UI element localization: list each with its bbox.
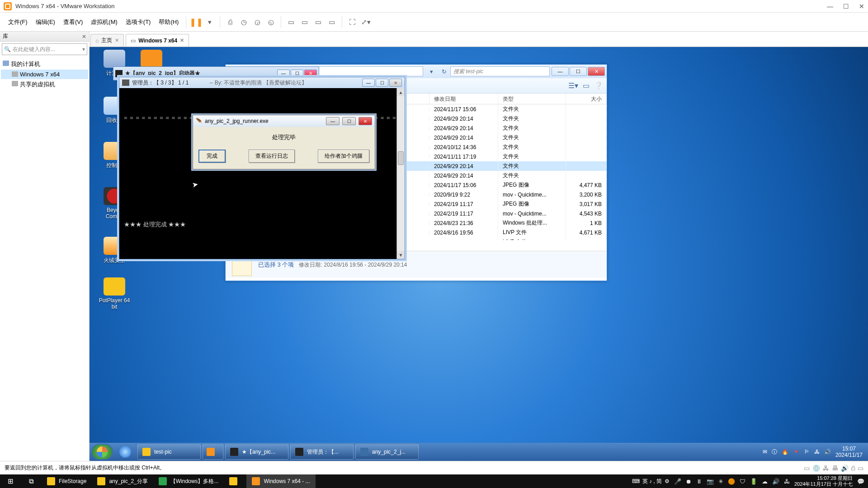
tray-icon[interactable]: 🔻 (793, 449, 800, 455)
console-scrollbar[interactable]: ▲ ▼ (396, 88, 405, 259)
close-tab-icon[interactable]: ✕ (115, 38, 119, 43)
host-systray[interactable]: ⌨ 英 ♪ , 简 ⚙ 🎤 ⏺ ⏸ 📷 ✳ 🟠 🛡 🔋 ☁ 🔊 🖧 15:07:… (628, 475, 868, 487)
snapshot-manage-icon[interactable]: ◶ (251, 16, 264, 28)
launcher-maximize-button[interactable]: ☐ (291, 70, 303, 78)
host-taskbar-button[interactable]: Windows 7 x64 - ... (246, 474, 315, 488)
host-start-button[interactable]: ⊞ (0, 474, 21, 488)
host-taskbar-button[interactable]: any_pic_2_分享 (92, 474, 153, 488)
scroll-thumb[interactable] (398, 151, 404, 165)
explorer-close-button[interactable]: ✕ (588, 67, 605, 76)
device-icon[interactable]: ▭ (804, 465, 810, 472)
tray-icon[interactable]: 🔋 (750, 478, 757, 485)
snapshot-icon[interactable]: ◷ (237, 16, 250, 28)
explorer-maximize-button[interactable]: ☐ (570, 67, 587, 76)
tray-icon[interactable]: ⓘ (772, 448, 777, 456)
tray-volume-icon[interactable]: 🔊 (772, 478, 779, 485)
menu-view[interactable]: 查看(V) (60, 16, 86, 28)
tree-shared-vms[interactable]: 共享的虚拟机 (1, 79, 88, 90)
tray-icon[interactable]: 🏳 (804, 449, 810, 455)
close-tab-icon[interactable]: ✕ (180, 38, 184, 43)
library-close-button[interactable]: ✕ (82, 33, 86, 40)
desktop-icon-potplayer[interactable]: PotPlayer 64 bit (98, 277, 131, 310)
refresh-icon[interactable]: ↻ (438, 66, 450, 76)
tray-icon[interactable]: 🎤 (674, 478, 681, 485)
tab-home[interactable]: ⌂主页✕ (90, 34, 124, 47)
tray-icon[interactable]: ☁ (762, 478, 768, 485)
tray-network-icon[interactable]: 🖧 (814, 449, 820, 455)
view-multi-icon[interactable]: ▭ (298, 16, 311, 28)
tree-my-computer[interactable]: 我的计算机 (1, 59, 88, 70)
view-console-icon[interactable]: ▭ (326, 16, 338, 28)
taskbar-button[interactable]: ★【any_pic... (225, 444, 288, 460)
view-options-icon[interactable]: ☰▾ (568, 81, 578, 90)
tray-icon[interactable]: ⏺ (686, 478, 692, 485)
dialog-donate-button[interactable]: 给作者加个鸡腿 (318, 150, 369, 163)
menu-help[interactable]: 帮助(H) (155, 16, 182, 28)
col-date[interactable]: 修改日期 (429, 94, 498, 104)
tray-notifications-icon[interactable]: 💬 (857, 478, 864, 485)
dialog-viewlog-button[interactable]: 查看运行日志 (249, 150, 295, 163)
device-icon[interactable]: 🖶 (832, 465, 838, 472)
device-icon[interactable]: 🔊 (841, 465, 849, 472)
taskbar-button[interactable]: test-pic (137, 444, 201, 460)
menu-edit[interactable]: 编辑(E) (32, 16, 59, 28)
scroll-down-icon[interactable]: ▼ (397, 251, 405, 259)
guest-systray[interactable]: ✉ ⓘ 🔥 🔻 🏳 🖧 🔊 15:07 2024/11/17 (759, 446, 866, 459)
menu-file[interactable]: 文件(F) (5, 16, 31, 28)
vmware-minimize-button[interactable]: — (827, 3, 833, 10)
guest-display[interactable]: 计算机 回收站 控制面 Beyon Compa 火绒安全 PotPlayer 6… (90, 47, 868, 461)
guest-taskbar[interactable]: test-pic★【any_pic...管理员：【...any_pic_2_j.… (90, 443, 868, 461)
taskbar-button[interactable]: any_pic_2_j... (355, 444, 419, 460)
host-taskbar-button[interactable]: 【Windows】多格... (153, 474, 224, 488)
explorer-search-input[interactable]: 搜索 test-pic (450, 66, 550, 76)
help-icon[interactable]: ❔ (594, 81, 603, 90)
address-dropdown-icon[interactable]: ▾ (425, 66, 438, 76)
console-maximize-button[interactable]: ☐ (376, 79, 388, 87)
launcher-close-button[interactable]: ✕ (304, 70, 317, 78)
pause-vm-icon[interactable]: ❚❚ (190, 16, 203, 28)
host-lang-indicator[interactable]: ⌨ 英 ♪ , 简 ⚙ (632, 478, 670, 485)
menu-vm[interactable]: 虚拟机(M) (87, 16, 121, 28)
dialog-minimize-button[interactable]: — (326, 117, 340, 125)
host-taskview-button[interactable]: ⧉ (21, 474, 42, 488)
tray-volume-icon[interactable]: 🔊 (824, 449, 831, 455)
console-close-button[interactable]: ✕ (389, 79, 402, 87)
tray-icon[interactable]: 📷 (707, 478, 714, 485)
pinned-ie[interactable] (115, 444, 136, 460)
host-clock[interactable]: 15:07:28 星期日 2024年11月17日 十月十七 (794, 475, 853, 487)
guest-clock[interactable]: 15:07 2024/11/17 (835, 446, 863, 459)
col-size[interactable]: 大小 (566, 94, 607, 104)
console-titlebar[interactable]: 管理员：【 3 / 3】 1 / 1 -- By: 不谙世事的雨滴 【吾爱破解论… (119, 77, 405, 88)
tree-vm-win7[interactable]: Windows 7 x64 (1, 70, 88, 79)
library-search-input[interactable]: 🔍 在此处键入内容... ▾ (2, 43, 87, 55)
console-minimize-button[interactable]: — (362, 79, 375, 87)
preview-pane-icon[interactable]: ▭ (583, 81, 590, 90)
vmware-maximize-button[interactable]: ☐ (843, 3, 849, 10)
view-unity-icon[interactable]: ▭ (312, 16, 325, 28)
tray-icon[interactable]: ✉ (763, 449, 767, 455)
tray-icon[interactable]: ⏸ (696, 478, 702, 485)
send-ctrlaltdel-icon[interactable]: ⎙ (224, 16, 236, 28)
taskbar-button[interactable] (203, 444, 223, 460)
device-icon[interactable]: 💿 (812, 465, 820, 472)
fullscreen-icon[interactable]: ⛶ (346, 16, 359, 28)
stretch-icon[interactable]: ⤢▾ (359, 16, 372, 28)
tray-network-icon[interactable]: 🖧 (784, 478, 790, 485)
menu-tabs[interactable]: 选项卡(T) (122, 16, 155, 28)
dialog-titlebar[interactable]: 🪶 any_pic_2_jpg_runner.exe — ☐ ✕ (193, 115, 375, 127)
device-icon[interactable]: 🖧 (823, 465, 829, 472)
vm-dropdown-icon[interactable]: ▾ (203, 16, 216, 28)
host-taskbar[interactable]: ⊞ ⧉ FileStorageany_pic_2_分享【Windows】多格..… (0, 474, 868, 488)
vmware-close-button[interactable]: ✕ (859, 3, 864, 10)
taskbar-button[interactable]: 管理员：【... (290, 444, 354, 460)
tab-vm-win7[interactable]: ▭Windows 7 x64✕ (126, 34, 189, 47)
tray-icon[interactable]: ✳ (718, 478, 723, 485)
col-type[interactable]: 类型 (498, 94, 566, 104)
host-taskbar-button[interactable] (224, 474, 246, 488)
dialog-close-button[interactable]: ✕ (359, 117, 372, 125)
launcher-minimize-button[interactable]: — (277, 70, 290, 78)
dialog-maximize-button[interactable]: ☐ (342, 117, 356, 125)
view-single-icon[interactable]: ▭ (285, 16, 297, 28)
tray-icon[interactable]: 🟠 (728, 478, 735, 485)
snapshot-revert-icon[interactable]: ◵ (264, 16, 277, 28)
